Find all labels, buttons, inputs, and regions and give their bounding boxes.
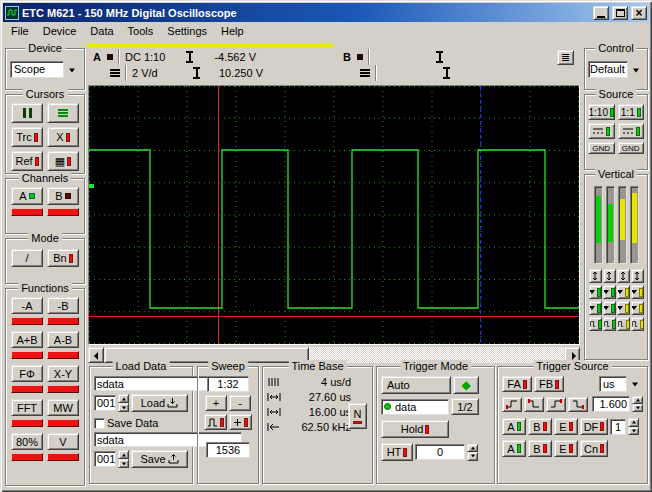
edge-falling-a-button[interactable] [524, 397, 544, 412]
led-indicator[interactable] [11, 385, 43, 393]
function-button-minus-b[interactable]: -B [47, 297, 79, 314]
a-fine-down-button[interactable] [589, 301, 602, 315]
a-scale-down-button[interactable] [589, 285, 602, 299]
sweep-ratio-field[interactable]: 1:32 [207, 376, 249, 392]
channel-a-indicator[interactable] [11, 208, 43, 216]
trigger-armed-button[interactable]: ◆ [453, 376, 479, 394]
channel-a-position-marker[interactable] [89, 184, 94, 188]
save-button[interactable]: Save [131, 450, 188, 468]
spin-down-button[interactable] [118, 403, 129, 412]
device-select[interactable]: Scope [10, 61, 80, 78]
holdoff-value-field[interactable]: 0 [415, 444, 465, 460]
menu-tools[interactable]: Tools [121, 23, 161, 39]
sweep-minus-button[interactable]: - [229, 395, 251, 411]
mode-binary-button[interactable]: Bn [47, 249, 79, 267]
function-button-a-plus-b[interactable]: A+B [11, 331, 43, 348]
x-cursor-button[interactable]: X [47, 127, 79, 147]
led-indicator[interactable] [47, 419, 79, 427]
menu-help[interactable]: Help [214, 23, 251, 39]
channel-a-button[interactable]: A [11, 187, 43, 205]
titlebar[interactable]: ETC M621 - 150 MHz Digital Oscilloscope [3, 3, 649, 22]
function-button-a-minus-b[interactable]: A-B [47, 331, 79, 348]
led-indicator[interactable] [47, 351, 79, 359]
spin-up-button[interactable] [632, 396, 643, 404]
channel-b-button[interactable]: B [47, 187, 79, 205]
function-button-v[interactable]: V [47, 433, 79, 450]
trigger-unit-select[interactable]: us [599, 376, 643, 392]
menu-settings[interactable]: Settings [160, 23, 214, 39]
b-fine-position-button[interactable] [631, 301, 644, 315]
gnd-a-button[interactable]: GND [588, 142, 615, 154]
trigger-count-field[interactable]: 1 [610, 419, 626, 435]
menu-device[interactable]: Device [36, 23, 84, 39]
minimize-button[interactable] [593, 6, 609, 20]
led-indicator[interactable] [47, 317, 79, 325]
source2-cn-button[interactable]: Cn [580, 440, 608, 457]
oscilloscope-display[interactable] [88, 85, 580, 345]
spin-up-button[interactable] [118, 394, 129, 403]
vertical-cursors-button[interactable] [11, 103, 43, 123]
control-select[interactable]: Default [588, 61, 644, 78]
edge-rising-a-button[interactable] [502, 397, 522, 412]
channel-a-position-slider[interactable] [606, 186, 615, 264]
a-invert-button[interactable] [589, 317, 602, 331]
channel-a-scale-slider[interactable] [594, 186, 603, 264]
source2-a-button[interactable]: A [502, 440, 526, 457]
spin-up-button[interactable] [467, 444, 478, 453]
n-button[interactable]: N [348, 403, 367, 429]
source-e-button[interactable]: E [554, 418, 578, 435]
mode-line-button[interactable]: / [11, 249, 43, 267]
load-button[interactable]: Load [131, 394, 188, 412]
a-invert2-button[interactable] [603, 317, 616, 331]
display-menu-button[interactable]: ≣ [557, 50, 574, 65]
center-b-position-button[interactable] [631, 269, 644, 283]
function-button-x-y[interactable]: X-Y [47, 365, 79, 382]
load-index-field[interactable]: 001 [94, 395, 116, 411]
chevron-down-icon[interactable] [627, 376, 643, 392]
spin-down-button[interactable] [467, 452, 478, 461]
maximize-button[interactable] [612, 6, 628, 20]
a-fine-position-button[interactable] [603, 301, 616, 315]
b-scale-down-button[interactable] [617, 285, 630, 299]
led-indicator[interactable] [11, 453, 43, 461]
sweep-single-button[interactable] [204, 414, 227, 430]
channel-a-coupling[interactable]: DC 1:10 [125, 51, 181, 63]
source-a-button[interactable]: A [502, 418, 526, 435]
horizontal-cursors-button[interactable] [47, 103, 79, 123]
led-indicator[interactable] [47, 385, 79, 393]
chevron-down-icon[interactable] [628, 61, 644, 78]
center-a-position-button[interactable] [603, 269, 616, 283]
holdoff-button[interactable]: HT [381, 443, 413, 461]
trace-cursor-button[interactable]: Trc [11, 127, 43, 147]
function-button-fft[interactable]: FFT [11, 399, 43, 416]
probe-1-1-button[interactable]: 1:1 [618, 104, 645, 120]
graticule-button[interactable]: ▦ [47, 151, 79, 171]
menu-data[interactable]: Data [83, 23, 120, 39]
spin-up-button[interactable] [118, 450, 129, 459]
scroll-left-button[interactable] [88, 347, 104, 363]
source2-e-button[interactable]: E [554, 440, 578, 457]
b-position-down-button[interactable] [631, 285, 644, 299]
spin-down-button[interactable] [628, 427, 639, 436]
edge-falling-b-button[interactable] [568, 397, 588, 412]
gnd-b-button[interactable]: GND [618, 142, 645, 154]
save-index-field[interactable]: 001 [94, 451, 116, 467]
channel-b-scale-slider[interactable] [618, 186, 627, 264]
close-button[interactable] [631, 6, 647, 20]
spin-down-button[interactable] [632, 404, 643, 412]
function-button-80pct[interactable]: 80% [11, 433, 43, 450]
function-button-minus-a[interactable]: -A [11, 297, 43, 314]
save-data-checkbox[interactable] [94, 418, 105, 429]
b-fine-down-button[interactable] [617, 301, 630, 315]
channel-b-indicator[interactable] [47, 208, 79, 216]
menu-file[interactable]: File [4, 23, 36, 39]
led-indicator[interactable] [11, 351, 43, 359]
hold-button[interactable]: Hold [381, 420, 449, 438]
led-indicator[interactable] [47, 453, 79, 461]
b-invert-button[interactable] [617, 317, 630, 331]
trigger-mode-select[interactable]: Auto [381, 376, 451, 394]
app-icon[interactable] [5, 6, 19, 20]
function-button-mw[interactable]: MW [47, 399, 79, 416]
spin-down-button[interactable] [118, 459, 129, 468]
trigger-fa-button[interactable]: FA [502, 376, 532, 392]
